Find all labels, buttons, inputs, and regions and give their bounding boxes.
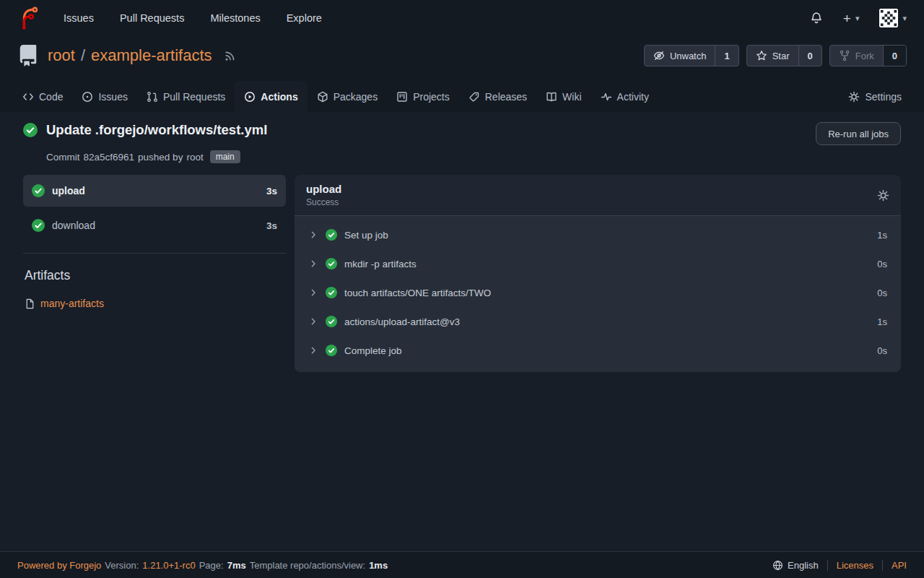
tab-label: Code xyxy=(39,91,63,103)
top-navbar: Issues Pull Requests Milestones Explore … xyxy=(0,0,924,36)
step-name: actions/upload-artifact@v3 xyxy=(344,316,870,327)
tab-code[interactable]: Code xyxy=(13,81,72,112)
job-detail-panel: upload Success Set up job 1s xyxy=(295,175,901,372)
step-duration: 0s xyxy=(877,288,887,298)
page-footer: Powered by Forgejo Version: 1.21.0+1-rc0… xyxy=(0,551,924,578)
job-detail-status: Success xyxy=(306,197,341,207)
issue-icon xyxy=(82,91,93,103)
star-button[interactable]: Star xyxy=(747,46,798,66)
notifications-button[interactable] xyxy=(810,12,823,25)
repo-name-link[interactable]: example-artifacts xyxy=(91,46,212,65)
fork-icon xyxy=(839,50,850,61)
step-duration: 1s xyxy=(877,230,887,241)
step-row-set-up-job[interactable]: Set up job 1s xyxy=(295,220,901,249)
repo-header: root / example-artifacts Unwatch xyxy=(0,36,924,81)
watch-button-group: Unwatch 1 xyxy=(644,45,739,66)
pulse-icon xyxy=(601,91,612,103)
forks-count[interactable]: 0 xyxy=(883,46,906,66)
stars-count[interactable]: 0 xyxy=(798,46,821,66)
commit-author-link[interactable]: root xyxy=(186,152,203,163)
rss-icon[interactable] xyxy=(224,50,236,62)
step-row-upload-artifact[interactable]: actions/upload-artifact@v3 1s xyxy=(295,307,901,336)
commit-sha-link[interactable]: 82a5cf6961 xyxy=(84,152,135,163)
success-check-icon xyxy=(32,219,45,232)
job-options-button[interactable] xyxy=(877,189,889,202)
fork-label: Fork xyxy=(855,51,874,61)
success-check-icon xyxy=(326,258,337,269)
chevron-right-icon xyxy=(308,345,318,355)
star-button-group: Star 0 xyxy=(746,45,822,66)
actions-run-view: Update .forgejo/workflows/test.yml Re-ru… xyxy=(0,112,924,551)
forgejo-logo-icon xyxy=(17,5,40,31)
nav-issues[interactable]: Issues xyxy=(64,12,94,24)
file-icon xyxy=(25,298,35,309)
tab-label: Actions xyxy=(261,91,297,103)
template-time-label: Template repo/actions/view: xyxy=(250,560,365,571)
tab-pull-requests[interactable]: Pull Requests xyxy=(137,81,235,112)
tab-projects[interactable]: Projects xyxy=(387,81,459,112)
branch-badge[interactable]: main xyxy=(210,150,240,163)
chevron-right-icon xyxy=(308,259,318,269)
gear-icon xyxy=(877,189,889,202)
job-name: upload xyxy=(52,185,259,197)
rerun-all-jobs-button[interactable]: Re-run all jobs xyxy=(816,122,901,145)
globe-icon xyxy=(772,560,783,571)
job-item-download[interactable]: download 3s xyxy=(23,210,286,241)
tab-actions[interactable]: Actions xyxy=(235,81,307,112)
repo-owner-link[interactable]: root xyxy=(48,46,75,65)
star-icon xyxy=(756,50,767,61)
api-link[interactable]: API xyxy=(892,560,907,571)
step-name: touch artifacts/ONE artifacts/TWO xyxy=(344,288,870,298)
chevron-right-icon xyxy=(308,230,318,240)
tab-label: Projects xyxy=(413,91,450,103)
pull-request-icon xyxy=(147,91,158,103)
play-circle-icon xyxy=(244,91,256,103)
page-time-label: Page: xyxy=(199,560,224,571)
forgejo-logo[interactable] xyxy=(17,5,40,31)
watchers-count[interactable]: 1 xyxy=(715,46,738,66)
step-name: mkdir -p artifacts xyxy=(344,259,870,269)
navbar-links: Issues Pull Requests Milestones Explore xyxy=(64,12,322,24)
fork-button-group: Fork 0 xyxy=(829,45,907,66)
language-selector[interactable]: English xyxy=(772,560,819,571)
tab-issues[interactable]: Issues xyxy=(72,81,136,112)
tab-activity[interactable]: Activity xyxy=(591,81,658,112)
licenses-link[interactable]: Licenses xyxy=(837,560,873,571)
version-label: Version: xyxy=(105,560,139,571)
nav-milestones[interactable]: Milestones xyxy=(210,12,260,24)
chevron-right-icon xyxy=(308,288,318,298)
tab-releases[interactable]: Releases xyxy=(459,81,536,112)
divider xyxy=(23,253,286,254)
book-icon xyxy=(546,91,557,103)
job-item-upload[interactable]: upload 3s xyxy=(23,175,286,207)
version-link[interactable]: 1.21.0+1-rc0 xyxy=(142,560,195,571)
success-check-icon xyxy=(32,184,45,197)
step-row-touch-artifacts[interactable]: touch artifacts/ONE artifacts/TWO 0s xyxy=(295,278,901,307)
tab-packages[interactable]: Packages xyxy=(308,81,387,112)
powered-by-link[interactable]: Powered by Forgejo xyxy=(17,560,101,571)
settings-tools-icon xyxy=(848,91,860,103)
step-row-mkdir[interactable]: mkdir -p artifacts 0s xyxy=(295,249,901,278)
job-detail-name: upload xyxy=(306,183,341,195)
artifact-link-many-artifacts[interactable]: many-artifacts xyxy=(25,298,286,309)
success-check-icon xyxy=(326,287,337,298)
success-check-icon xyxy=(326,345,337,356)
star-label: Star xyxy=(772,51,790,61)
tab-label: Wiki xyxy=(562,91,581,103)
bell-icon xyxy=(810,12,823,25)
unwatch-button[interactable]: Unwatch xyxy=(645,46,715,66)
avatar xyxy=(879,9,898,27)
create-new-menu[interactable]: + ▾ xyxy=(843,12,860,25)
tab-wiki[interactable]: Wiki xyxy=(536,81,590,112)
tab-label: Packages xyxy=(334,91,378,103)
nav-explore[interactable]: Explore xyxy=(287,12,322,24)
job-name: download xyxy=(52,220,259,231)
tab-settings[interactable]: Settings xyxy=(839,81,911,112)
step-name: Set up job xyxy=(344,230,870,241)
user-menu[interactable]: ▾ xyxy=(879,9,907,27)
pushed-by-label: pushed by xyxy=(138,152,183,163)
chevron-right-icon xyxy=(308,316,318,327)
artifact-name: many-artifacts xyxy=(40,298,104,309)
nav-pull-requests[interactable]: Pull Requests xyxy=(120,12,184,24)
step-row-complete-job[interactable]: Complete job 0s xyxy=(295,336,901,365)
